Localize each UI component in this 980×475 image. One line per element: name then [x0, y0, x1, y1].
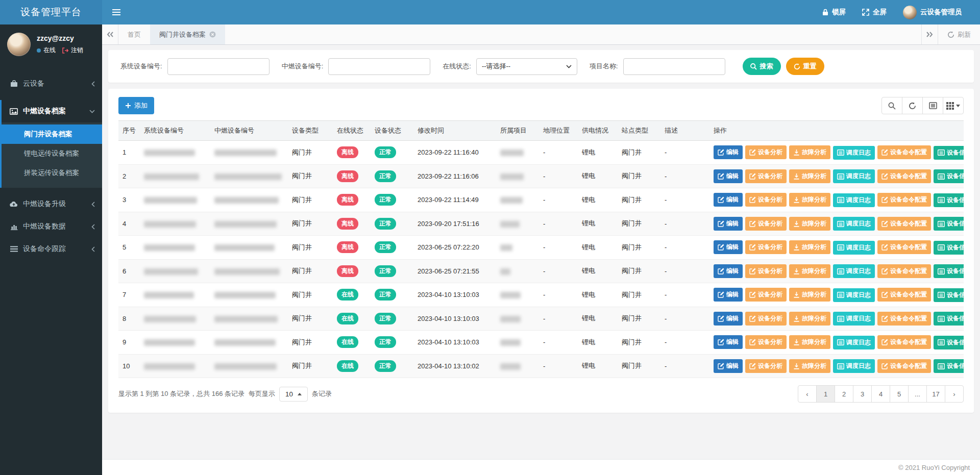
dispatch-log-button[interactable]: 调度日志 [833, 288, 875, 302]
sidebar-subitem-lithium-remote-archive[interactable]: 锂电远传设备档案 [2, 144, 102, 163]
device-info-button[interactable]: 设备信息 [934, 312, 964, 326]
device-info-button[interactable]: 设备信息 [934, 193, 964, 207]
search-button[interactable]: 搜索 [743, 58, 781, 75]
device-command-config-button[interactable]: 设备命令配置 [877, 145, 931, 159]
fault-analysis-button[interactable]: 故障分析 [789, 312, 830, 326]
fault-analysis-button[interactable]: 故障分析 [789, 240, 830, 254]
user-menu[interactable]: 云设备管理员 [895, 0, 970, 24]
device-info-button[interactable]: 设备信息 [934, 169, 964, 183]
tab-home[interactable]: 首页 [118, 24, 150, 44]
fault-analysis-button[interactable]: 故障分析 [789, 335, 830, 349]
sidebar-item-zhongran-device-data[interactable]: 中燃设备数据 [2, 215, 102, 238]
dispatch-log-button[interactable]: 调度日志 [833, 241, 875, 255]
edit-button[interactable]: 编辑 [714, 359, 743, 373]
app-logo[interactable]: 设备管理平台 [0, 0, 102, 24]
device-analysis-button[interactable]: 设备分析 [745, 264, 787, 278]
sidebar-item-device-command-tracking[interactable]: 设备命令跟踪 [2, 238, 102, 260]
device-info-button[interactable]: 设备信息 [934, 359, 964, 373]
device-command-config-button[interactable]: 设备命令配置 [877, 240, 931, 254]
edit-button[interactable]: 编辑 [714, 240, 743, 254]
device-analysis-button[interactable]: 设备分析 [745, 217, 787, 231]
device-command-config-button[interactable]: 设备命令配置 [877, 288, 931, 302]
online-status-select[interactable]: --请选择-- [476, 58, 577, 75]
device-info-button[interactable]: 设备信息 [934, 264, 964, 278]
device-analysis-button[interactable]: 设备分析 [745, 335, 787, 349]
sidebar-item-cloud-device[interactable]: 云设备 [2, 72, 102, 95]
dispatch-log-button[interactable]: 调度日志 [833, 169, 875, 183]
edit-button[interactable]: 编辑 [714, 288, 743, 302]
device-analysis-button[interactable]: 设备分析 [745, 312, 787, 326]
edit-button[interactable]: 编辑 [714, 193, 743, 207]
table-search-toggle-button[interactable] [881, 97, 902, 114]
device-command-config-button[interactable]: 设备命令配置 [877, 359, 931, 373]
project-name-field[interactable] [623, 58, 725, 75]
device-analysis-button[interactable]: 设备分析 [745, 359, 787, 373]
device-analysis-button[interactable]: 设备分析 [745, 288, 787, 302]
fault-analysis-button[interactable]: 故障分析 [789, 169, 830, 183]
logout-link[interactable]: 注销 [71, 46, 83, 55]
page-button-3[interactable]: 3 [853, 385, 872, 403]
next-page-button[interactable]: › [945, 385, 964, 403]
zhongran-device-no-field[interactable] [328, 58, 430, 75]
table-columns-button[interactable] [943, 97, 964, 114]
fault-analysis-button[interactable]: 故障分析 [789, 145, 830, 159]
device-info-button[interactable]: 设备信息 [934, 217, 964, 231]
edit-button[interactable]: 编辑 [714, 145, 743, 159]
tabs-scroll-right-button[interactable] [921, 24, 938, 44]
edit-button[interactable]: 编辑 [714, 312, 743, 326]
dispatch-log-button[interactable]: 调度日志 [833, 193, 875, 207]
table-refresh-button[interactable] [902, 97, 923, 114]
device-info-button[interactable]: 设备信息 [934, 146, 964, 160]
device-info-button[interactable]: 设备信息 [934, 241, 964, 255]
dispatch-log-button[interactable]: 调度日志 [833, 146, 875, 160]
device-command-config-button[interactable]: 设备命令配置 [877, 169, 931, 183]
tab-valve-well-archive[interactable]: 阀门井设备档案 [150, 24, 225, 44]
edit-button[interactable]: 编辑 [714, 335, 743, 349]
device-analysis-button[interactable]: 设备分析 [745, 145, 787, 159]
fault-analysis-button[interactable]: 故障分析 [789, 217, 830, 231]
device-analysis-button[interactable]: 设备分析 [745, 193, 787, 207]
device-info-button[interactable]: 设备信息 [934, 336, 964, 349]
previous-page-button[interactable]: ‹ [798, 385, 817, 403]
system-device-no-field[interactable] [167, 58, 270, 75]
sidebar-item-zhongran-device-upgrade[interactable]: 中燃设备升级 [2, 193, 102, 215]
online-status-link[interactable]: 在线 [43, 46, 56, 55]
device-info-button[interactable]: 设备信息 [934, 288, 964, 302]
tabs-scroll-left-button[interactable] [102, 24, 118, 44]
device-command-config-button[interactable]: 设备命令配置 [877, 193, 931, 207]
page-button-17[interactable]: 17 [926, 385, 945, 403]
dispatch-log-button[interactable]: 调度日志 [833, 264, 875, 278]
page-button-2[interactable]: 2 [835, 385, 853, 403]
fullscreen-button[interactable]: 全屏 [854, 0, 895, 24]
per-page-select[interactable]: 10 [279, 387, 308, 402]
page-button-4[interactable]: 4 [871, 385, 890, 403]
device-command-config-button[interactable]: 设备命令配置 [877, 335, 931, 349]
dispatch-log-button[interactable]: 调度日志 [833, 312, 875, 326]
sidebar-subitem-valve-well-archive[interactable]: 阀门井设备档案 [2, 124, 102, 144]
device-analysis-button[interactable]: 设备分析 [745, 240, 787, 254]
dispatch-log-button[interactable]: 调度日志 [833, 359, 875, 373]
fault-analysis-button[interactable]: 故障分析 [789, 264, 830, 278]
dispatch-log-button[interactable]: 调度日志 [833, 217, 875, 231]
fault-analysis-button[interactable]: 故障分析 [789, 193, 830, 207]
fault-analysis-button[interactable]: 故障分析 [789, 359, 830, 373]
add-button[interactable]: 添加 [118, 97, 154, 114]
device-command-config-button[interactable]: 设备命令配置 [877, 217, 931, 231]
device-analysis-button[interactable]: 设备分析 [745, 169, 787, 183]
dispatch-log-button[interactable]: 调度日志 [833, 336, 875, 349]
edit-button[interactable]: 编辑 [714, 169, 743, 183]
edit-button[interactable]: 编辑 [714, 264, 743, 278]
reset-button[interactable]: 重置 [786, 58, 824, 75]
close-circle-icon[interactable] [209, 31, 216, 38]
sidebar-subitem-assembled-remote-archive[interactable]: 拼装远传设备档案 [2, 163, 102, 183]
fault-analysis-button[interactable]: 故障分析 [789, 288, 830, 302]
page-button-5[interactable]: 5 [890, 385, 909, 403]
refresh-tab-button[interactable]: 刷新 [938, 24, 980, 44]
sidebar-item-zhongran-device-archive[interactable]: 中燃设备档案 [2, 100, 102, 122]
lock-screen-button[interactable]: 锁屏 [814, 0, 854, 24]
sidebar-toggle-button[interactable] [102, 0, 131, 24]
page-button-1[interactable]: 1 [816, 385, 835, 403]
edit-button[interactable]: 编辑 [714, 217, 743, 231]
table-detail-view-button[interactable] [922, 97, 943, 114]
device-command-config-button[interactable]: 设备命令配置 [877, 264, 931, 278]
